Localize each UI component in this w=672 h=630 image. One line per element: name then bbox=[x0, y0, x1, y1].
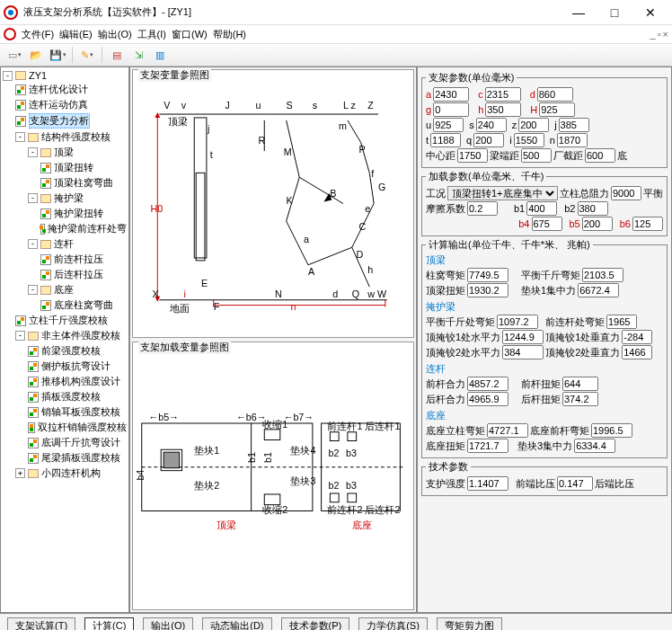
tree-item[interactable]: 掩护梁 bbox=[54, 191, 84, 205]
menu-edit[interactable]: 编辑(E) bbox=[59, 28, 93, 41]
input-d[interactable] bbox=[537, 87, 573, 102]
tree-item[interactable]: 侧护板抗弯设计 bbox=[41, 359, 111, 373]
expand-icon[interactable]: - bbox=[28, 285, 38, 295]
input-n[interactable] bbox=[557, 133, 588, 147]
minimize-button[interactable]: — bbox=[561, 2, 597, 23]
btn-trial[interactable]: 支架试算(T) bbox=[7, 617, 75, 631]
out-o12[interactable] bbox=[562, 377, 598, 391]
input-h[interactable] bbox=[485, 102, 521, 117]
btn-output[interactable]: 输出(O) bbox=[143, 617, 193, 631]
mdi-min-icon[interactable]: _ bbox=[650, 29, 656, 40]
tree-item[interactable]: 底座柱窝弯曲 bbox=[54, 298, 113, 312]
menu-window[interactable]: 窗口(W) bbox=[172, 28, 208, 41]
save-icon[interactable]: 💾 bbox=[49, 46, 66, 64]
menu-help[interactable]: 帮助(H) bbox=[213, 28, 246, 41]
mdi-restore-icon[interactable]: ▫ bbox=[658, 29, 661, 40]
out-o3[interactable] bbox=[467, 283, 508, 297]
open-icon[interactable]: 📂 bbox=[27, 46, 45, 64]
input-b6[interactable] bbox=[632, 217, 663, 231]
out-o9[interactable] bbox=[502, 345, 544, 359]
expand-icon[interactable]: - bbox=[28, 239, 38, 249]
new-icon[interactable]: ▭ bbox=[5, 46, 23, 64]
expand-icon[interactable]: + bbox=[15, 468, 25, 478]
input-factend[interactable] bbox=[585, 148, 615, 163]
tree-item[interactable]: 顶梁 bbox=[54, 146, 74, 159]
input-fric[interactable] bbox=[467, 201, 498, 216]
maximize-button[interactable]: □ bbox=[597, 2, 632, 23]
out-o14[interactable] bbox=[562, 392, 598, 406]
out-o4[interactable] bbox=[578, 283, 619, 297]
tree-item[interactable]: 顶梁扭转 bbox=[54, 161, 93, 174]
tree-item[interactable]: 前梁强度校核 bbox=[41, 344, 101, 358]
out-o11[interactable] bbox=[467, 377, 508, 391]
out-o2[interactable] bbox=[582, 268, 623, 282]
input-b4[interactable] bbox=[532, 217, 562, 231]
out-t1[interactable] bbox=[467, 476, 508, 491]
out-o17[interactable] bbox=[467, 439, 508, 453]
expand-icon[interactable]: - bbox=[28, 147, 38, 157]
out-o7[interactable] bbox=[502, 330, 544, 344]
expand-icon[interactable]: - bbox=[28, 193, 38, 203]
btn-dynout[interactable]: 动态输出(D) bbox=[202, 617, 271, 631]
report-icon[interactable]: ▥ bbox=[151, 46, 169, 64]
tree-item[interactable]: 后连杆拉压 bbox=[54, 268, 103, 281]
expand-icon[interactable]: - bbox=[3, 71, 13, 81]
input-z[interactable] bbox=[518, 118, 549, 132]
input-j[interactable] bbox=[559, 118, 589, 132]
input-s[interactable] bbox=[476, 118, 507, 132]
out-o10[interactable] bbox=[622, 345, 652, 359]
tree-item[interactable]: 尾梁插板强度校核 bbox=[41, 451, 120, 465]
tree-item[interactable]: 推移机构强度设计 bbox=[41, 375, 120, 388]
tree-item[interactable]: 小四连杆机构 bbox=[41, 466, 101, 480]
out-o1[interactable] bbox=[467, 268, 508, 282]
select-condition[interactable]: 顶梁扭转1+底座集中 bbox=[447, 186, 558, 200]
edit-icon[interactable]: ✎ bbox=[78, 46, 96, 64]
tree-item[interactable]: 掩护梁前连杆处弯 bbox=[48, 222, 127, 235]
btn-moment[interactable]: 弯矩剪力图 bbox=[437, 617, 502, 631]
input-b1[interactable] bbox=[526, 201, 557, 216]
input-q[interactable] bbox=[473, 133, 504, 147]
tree-item[interactable]: 连杆运动仿真 bbox=[29, 98, 88, 111]
tree-item[interactable]: 连杆 bbox=[54, 237, 74, 251]
out-t2[interactable] bbox=[557, 476, 593, 491]
tree-item[interactable]: 双拉杆销轴强度校核 bbox=[38, 421, 127, 434]
input-g[interactable] bbox=[433, 102, 469, 117]
out-o18[interactable] bbox=[574, 439, 615, 453]
input-i[interactable] bbox=[514, 133, 544, 147]
menu-file[interactable]: 文件(F) bbox=[22, 28, 54, 41]
close-button[interactable]: ✕ bbox=[632, 2, 668, 23]
tree-item[interactable]: 底调千斤抗弯设计 bbox=[41, 436, 120, 449]
expand-icon[interactable]: - bbox=[15, 132, 25, 142]
out-o16[interactable] bbox=[591, 423, 632, 438]
menu-tools[interactable]: 工具(I) bbox=[137, 28, 166, 41]
tree-item[interactable]: 顶梁柱窝弯曲 bbox=[54, 176, 113, 190]
input-colres[interactable] bbox=[611, 186, 641, 200]
menu-output[interactable]: 输出(O) bbox=[98, 28, 132, 41]
input-H[interactable] bbox=[539, 102, 575, 117]
tree-root[interactable]: ZY1 bbox=[29, 70, 47, 81]
expand-icon[interactable]: - bbox=[15, 331, 25, 341]
out-o5[interactable] bbox=[497, 315, 538, 329]
btn-sim[interactable]: 力学仿真(S) bbox=[358, 617, 428, 631]
input-beamend[interactable] bbox=[521, 148, 552, 163]
tree-item[interactable]: 销轴耳板强度校核 bbox=[41, 405, 120, 419]
tree-item[interactable]: 立柱千斤强度校核 bbox=[29, 314, 108, 327]
tree-item[interactable]: 结构件强度校核 bbox=[41, 130, 111, 144]
input-t[interactable] bbox=[430, 133, 461, 147]
out-o6[interactable] bbox=[606, 315, 637, 329]
btn-tech[interactable]: 技术参数(P) bbox=[281, 617, 350, 631]
btn-calc[interactable]: 计算(C) bbox=[84, 617, 134, 631]
tree-item[interactable]: 非主体件强度校核 bbox=[41, 329, 120, 342]
out-o13[interactable] bbox=[467, 392, 508, 406]
chart-icon[interactable]: ▤ bbox=[108, 46, 126, 64]
tree-item[interactable]: 底座 bbox=[54, 283, 74, 297]
input-b2[interactable] bbox=[578, 201, 608, 216]
tree-item[interactable]: 连杆优化设计 bbox=[29, 83, 88, 96]
input-c[interactable] bbox=[485, 87, 521, 102]
export-icon[interactable]: ⇲ bbox=[129, 46, 147, 64]
mdi-close-icon[interactable]: × bbox=[663, 29, 668, 40]
input-u[interactable] bbox=[433, 118, 464, 132]
nav-tree[interactable]: -ZY1 连杆优化设计 连杆运动仿真 支架受力分析 -结构件强度校核 -顶梁 顶… bbox=[0, 67, 129, 613]
tree-item[interactable]: 掩护梁扭转 bbox=[54, 207, 103, 220]
out-o8[interactable] bbox=[622, 330, 652, 344]
